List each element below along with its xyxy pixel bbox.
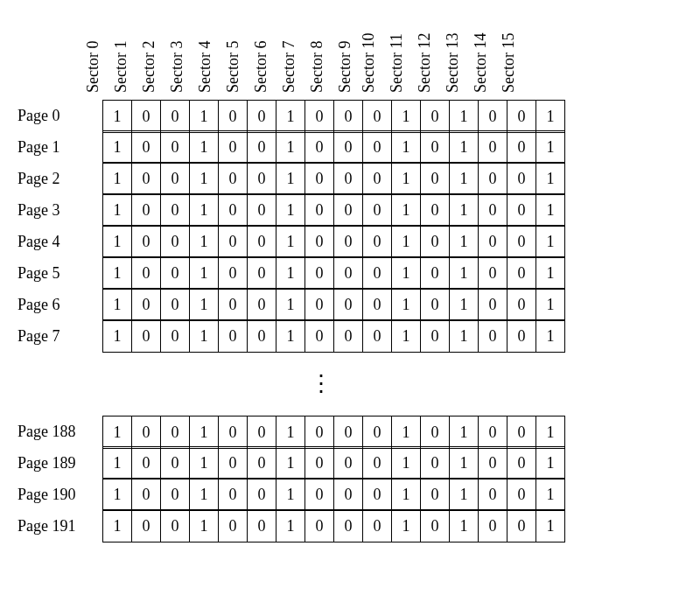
grid-cell: 0	[478, 162, 508, 195]
grid-cell: 0	[218, 319, 248, 353]
grid-cell: 0	[131, 130, 161, 164]
grid-cell: 1	[391, 162, 421, 195]
grid-cell: 0	[362, 509, 392, 542]
grid-cell: 1	[276, 225, 305, 258]
grid-cell: 1	[536, 256, 565, 290]
grid-cell: 1	[189, 478, 219, 511]
grid-cell: 0	[247, 416, 276, 449]
grid-cell: 0	[131, 446, 161, 480]
grid-cell: 0	[304, 130, 334, 164]
grid-cell: 0	[304, 100, 334, 133]
grid-cell: 1	[189, 193, 219, 227]
grid-cell: 0	[304, 478, 334, 511]
grid-cell: 1	[391, 509, 421, 542]
grid-cell: 1	[391, 446, 421, 480]
grid-cell: 0	[247, 509, 276, 542]
grid-cell: 0	[218, 256, 248, 290]
grid-cell: 0	[362, 225, 392, 258]
grid-cell: 1	[189, 509, 219, 542]
grid-cell: 0	[507, 162, 536, 195]
page-label: Page 3	[12, 194, 103, 226]
grid-cell: 0	[507, 416, 536, 449]
grid-cell: 1	[391, 130, 421, 164]
grid-cell: 0	[131, 225, 161, 258]
grid-cell: 1	[102, 416, 132, 449]
grid-cell: 0	[218, 100, 248, 133]
grid-cell: 0	[304, 162, 334, 195]
grid-cell: 1	[391, 416, 421, 449]
grid-cell: 0	[160, 446, 190, 480]
sector-headers: Sector 0Sector 1Sector 2Sector 3Sector 4…	[98, 16, 688, 94]
grid-cell: 0	[131, 319, 161, 353]
grid-row: 1001001000101001	[103, 447, 565, 479]
grid-cell: 1	[276, 256, 305, 290]
grid-cell: 1	[449, 288, 479, 321]
grid-cell: 0	[218, 478, 248, 511]
sector-header-label: Sector 0	[84, 41, 102, 93]
grid-cell: 0	[247, 130, 276, 164]
grid-cell: 0	[304, 509, 334, 542]
grid-cell: 0	[131, 193, 161, 227]
grid-cell: 1	[276, 319, 305, 353]
grid-cell: 1	[102, 446, 132, 480]
grid-cell: 1	[449, 225, 479, 258]
grid-cell: 1	[102, 319, 132, 353]
grid-cell: 0	[304, 319, 334, 353]
grid-cell: 0	[247, 319, 276, 353]
grid-cell: 0	[131, 256, 161, 290]
table-row: Page 11001001000101001	[12, 131, 688, 163]
grid-cell: 0	[304, 256, 334, 290]
grid-cell: 0	[420, 288, 450, 321]
grid-cell: 0	[420, 446, 450, 480]
grid-cell: 0	[333, 416, 363, 449]
grid-cell: 0	[333, 478, 363, 511]
grid-cell: 0	[420, 256, 450, 290]
grid-cell: 0	[507, 446, 536, 480]
grid-cell: 1	[102, 130, 132, 164]
grid-cell: 0	[218, 446, 248, 480]
grid-cell: 0	[507, 100, 536, 133]
sector-header-label: Sector 5	[224, 41, 242, 93]
grid-cell: 0	[218, 416, 248, 449]
grid-cell: 1	[536, 446, 565, 480]
grid-cell: 1	[536, 162, 565, 195]
grid-cell: 0	[507, 288, 536, 321]
grid-cell: 1	[276, 100, 305, 133]
grid-cell: 1	[536, 288, 565, 321]
grid-cell: 0	[478, 478, 508, 511]
grid-cell: 0	[160, 193, 190, 227]
grid-cell: 0	[131, 478, 161, 511]
grid-cell: 1	[102, 100, 132, 133]
page-label: Page 0	[12, 100, 103, 131]
grid-row: 1001001000101001	[103, 510, 565, 542]
grid-cell: 0	[478, 100, 508, 133]
grid-cell: 0	[218, 162, 248, 195]
grid-cell: 0	[160, 416, 190, 449]
grid-cell: 0	[333, 100, 363, 133]
grid-cell: 1	[102, 256, 132, 290]
grid-cell: 0	[420, 100, 450, 133]
sector-header-label: Sector 10	[360, 33, 378, 93]
grid-cell: 0	[218, 193, 248, 227]
grid-cell: 0	[420, 225, 450, 258]
sector-header-label: Sector 14	[472, 33, 490, 93]
grid-cell: 0	[333, 130, 363, 164]
page-label: Page 4	[12, 226, 103, 257]
grid-cell: 0	[478, 130, 508, 164]
page-label: Page 189	[12, 447, 103, 479]
grid-cell: 1	[449, 100, 479, 133]
grid-cell: 1	[391, 288, 421, 321]
grid-cell: 0	[131, 100, 161, 133]
grid-cell: 0	[160, 256, 190, 290]
grid-cell: 0	[507, 478, 536, 511]
grid-cell: 1	[276, 288, 305, 321]
grid-cell: 0	[362, 130, 392, 164]
sector-header-label: Sector 12	[416, 33, 434, 93]
grid-row: 1001001000101001	[103, 163, 565, 194]
grid-cell: 0	[362, 100, 392, 133]
grid-cell: 1	[276, 478, 305, 511]
grid-cell: 1	[391, 193, 421, 227]
grid-row: 1001001000101001	[103, 131, 565, 163]
grid-cell: 0	[333, 162, 363, 195]
grid-cell: 0	[420, 319, 450, 353]
